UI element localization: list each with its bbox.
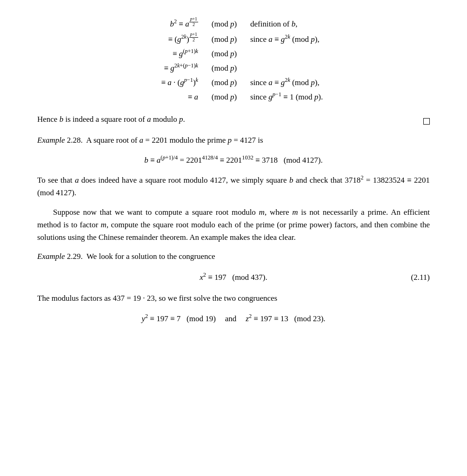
proof-table: b2 ≡ ap+12 (mod p) definition of b, ≡ (g…	[127, 16, 340, 105]
proof-lhs-6: ≡ a	[127, 90, 201, 104]
proof-reason-4	[247, 61, 340, 75]
page-content: b2 ≡ ap+12 (mod p) definition of b, ≡ (g…	[37, 16, 430, 325]
example-229-followup: The modulus factors as 437 = 19 · 23, so…	[37, 292, 430, 304]
proof-reason-3	[247, 46, 340, 61]
example-228-followup: To see that a does indeed have a square …	[37, 174, 430, 199]
example-228-header: Example 2.28. A square root of a = 2201 …	[37, 134, 430, 146]
proof-conclusion-text: Hence b is indeed a square root of a mod…	[37, 113, 185, 126]
proof-row-3: ≡ g(p+1)k (mod p)	[127, 46, 340, 61]
proof-lhs-1: b2 ≡ ap+12	[127, 16, 201, 31]
proof-reason-2: since a ≡ g2k (mod p),	[247, 31, 340, 46]
proof-modp-5: (mod p)	[201, 75, 247, 90]
example-229-formula-line: x2 ≡ 197 (mod 437). (2.11)	[37, 271, 430, 284]
proof-modp-4: (mod p)	[201, 61, 247, 75]
congruence-left: y2 ≡ 197 ≡ 7 (mod 19)	[141, 312, 215, 325]
proof-row-1: b2 ≡ ap+12 (mod p) definition of b,	[127, 16, 340, 31]
example-228-formula: b ≡ a(p+1)/4 = 22014128/4 ≡ 22011032 ≡ 3…	[37, 154, 430, 166]
proof-row-2: ≡ (g2k)p+12 (mod p) since a ≡ g2k (mod p…	[127, 31, 340, 46]
proof-modp-1: (mod p)	[201, 16, 247, 31]
example-228-label: Example	[37, 136, 65, 145]
proof-modp-3: (mod p)	[201, 46, 247, 61]
suppose-paragraph: Suppose now that we want to compute a sq…	[37, 206, 430, 244]
congruence-right: z2 ≡ 197 ≡ 13 (mod 23).	[246, 312, 325, 325]
proof-lhs-3: ≡ g(p+1)k	[127, 46, 201, 61]
qed-box	[423, 118, 430, 125]
proof-alignment-block: b2 ≡ ap+12 (mod p) definition of b, ≡ (g…	[37, 16, 430, 105]
proof-reason-6: since gp−1 ≡ 1 (mod p).	[247, 90, 340, 104]
equation-number-211: (2.11)	[411, 271, 430, 284]
proof-reason-5: since a ≡ g2k (mod p),	[247, 75, 340, 90]
proof-conclusion-line: Hence b is indeed a square root of a mod…	[37, 113, 430, 126]
proof-row-6: ≡ a (mod p) since gp−1 ≡ 1 (mod p).	[127, 90, 340, 104]
example-229-header: Example 2.29. We look for a solution to …	[37, 250, 430, 263]
bottom-congruences-line: y2 ≡ 197 ≡ 7 (mod 19) and z2 ≡ 197 ≡ 13 …	[37, 312, 430, 325]
proof-modp-6: (mod p)	[201, 90, 247, 104]
proof-lhs-4: ≡ g2k+(p−1)k	[127, 61, 201, 75]
proof-reason-1: definition of b,	[247, 16, 340, 31]
proof-row-5: ≡ a · (gp−1)k (mod p) since a ≡ g2k (mod…	[127, 75, 340, 90]
example-229-formula: x2 ≡ 197 (mod 437).	[37, 271, 430, 284]
and-text: and	[225, 312, 237, 325]
example-229-label: Example	[37, 252, 65, 261]
proof-row-4: ≡ g2k+(p−1)k (mod p)	[127, 61, 340, 75]
proof-lhs-5: ≡ a · (gp−1)k	[127, 75, 201, 90]
proof-lhs-2: ≡ (g2k)p+12	[127, 31, 201, 46]
proof-modp-2: (mod p)	[201, 31, 247, 46]
